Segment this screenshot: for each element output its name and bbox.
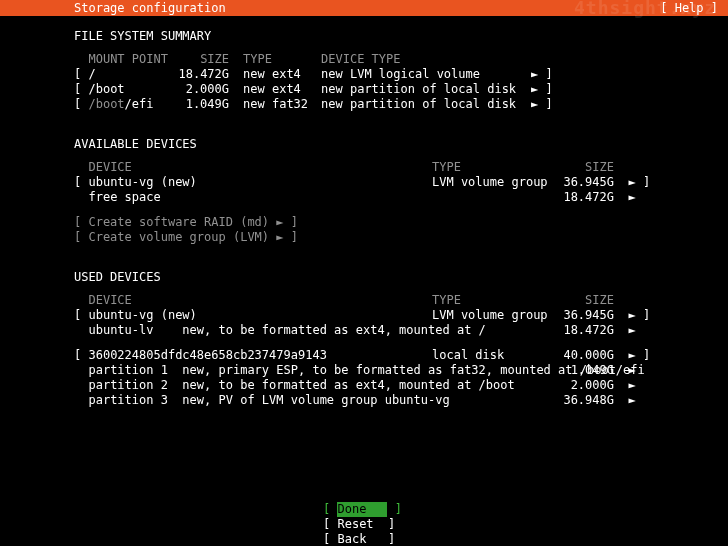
avail-row[interactable]: free space 18.472G ► [74, 190, 728, 205]
used-row[interactable]: ubuntu-lv new, to be formatted as ext4, … [74, 323, 728, 338]
used-row[interactable]: [ ubuntu-vg (new) LVM volume group 36.94… [74, 308, 728, 323]
avail-col-size: SIZE [554, 160, 614, 175]
done-button[interactable]: [ Done ] [323, 502, 405, 517]
fss-row[interactable]: [ /boot 2.000G new ext4 new partition of… [74, 82, 553, 97]
create-raid-button[interactable]: [ Create software RAID (md) ► ] [74, 215, 728, 230]
avail-col-device: DEVICE [88, 160, 131, 174]
used-title: USED DEVICES [74, 270, 728, 285]
footer-buttons: [ Done ] [ Reset ] [ Back ] [0, 502, 728, 546]
fss-col-type: TYPE [243, 52, 321, 67]
chevron-right-icon[interactable]: ► [628, 190, 635, 204]
avail-row[interactable]: [ ubuntu-vg (new) LVM volume group 36.94… [74, 175, 728, 190]
create-lvm-button[interactable]: [ Create volume group (LVM) ► ] [74, 230, 728, 245]
chevron-right-icon[interactable]: ► [628, 378, 635, 392]
chevron-right-icon[interactable]: ► ] [531, 67, 553, 82]
page-title: Storage configuration [74, 0, 226, 16]
used-col-device: DEVICE [88, 293, 131, 307]
used-col-size: SIZE [554, 293, 614, 308]
chevron-right-icon[interactable]: ► ] [628, 175, 650, 189]
chevron-right-icon[interactable]: ► [628, 323, 635, 337]
back-button[interactable]: [ Back ] [323, 532, 405, 546]
watermark-text: 4thsight.xyz [574, 0, 716, 15]
used-disk-row[interactable]: [ 3600224805dfdc48e658cb237479a9143 loca… [74, 348, 728, 363]
fss-row[interactable]: [ /boot/efi 1.049G new fat32 new partiti… [74, 97, 553, 112]
avail-col-type: TYPE [432, 160, 554, 175]
chevron-right-icon[interactable]: ► ] [628, 348, 650, 362]
fss-col-devtype: DEVICE TYPE [321, 52, 531, 67]
chevron-right-icon[interactable]: ► ] [531, 82, 553, 97]
used-col-type: TYPE [432, 293, 554, 308]
used-part-row[interactable]: partition 1 new, primary ESP, to be form… [74, 363, 728, 378]
chevron-right-icon[interactable]: ► ] [628, 308, 650, 322]
chevron-right-icon[interactable]: ► [628, 393, 635, 407]
avail-title: AVAILABLE DEVICES [74, 137, 728, 152]
used-part-row[interactable]: partition 3 new, PV of LVM volume group … [74, 393, 728, 408]
reset-button[interactable]: [ Reset ] [323, 517, 405, 532]
used-part-row[interactable]: partition 2 new, to be formatted as ext4… [74, 378, 728, 393]
chevron-right-icon[interactable]: ► ] [531, 97, 553, 112]
fss-col-size: SIZE [178, 52, 243, 67]
chevron-right-icon[interactable]: ► [628, 363, 635, 377]
fss-row[interactable]: [ / 18.472G new ext4 new LVM logical vol… [74, 67, 553, 82]
fss-table: MOUNT POINT SIZE TYPE DEVICE TYPE [ / 18… [74, 52, 553, 112]
fss-col-mount: MOUNT POINT [88, 52, 178, 67]
fss-title: FILE SYSTEM SUMMARY [74, 29, 728, 44]
